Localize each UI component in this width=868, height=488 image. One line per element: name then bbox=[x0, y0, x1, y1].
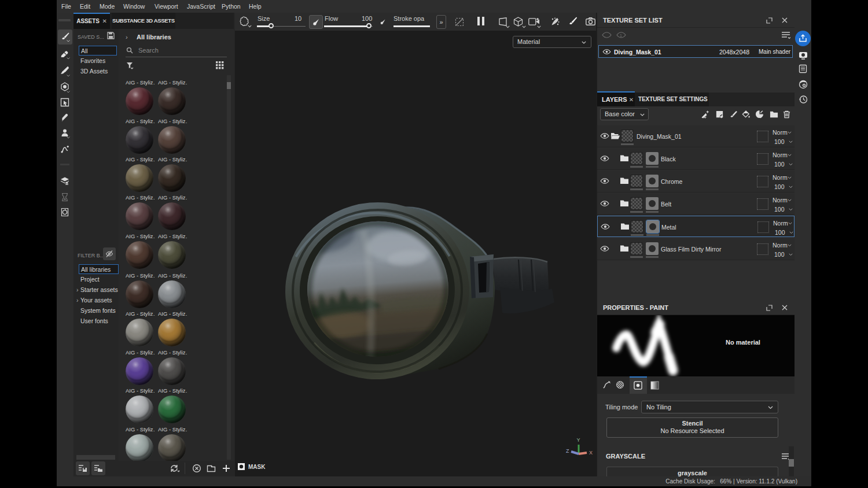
svg-text:Y: Y bbox=[577, 437, 580, 443]
svg-text:1: 1 bbox=[620, 34, 622, 38]
svg-text:MASK: MASK bbox=[248, 464, 266, 470]
svg-text:X: X bbox=[589, 450, 593, 456]
svg-text:Z: Z bbox=[566, 448, 569, 454]
